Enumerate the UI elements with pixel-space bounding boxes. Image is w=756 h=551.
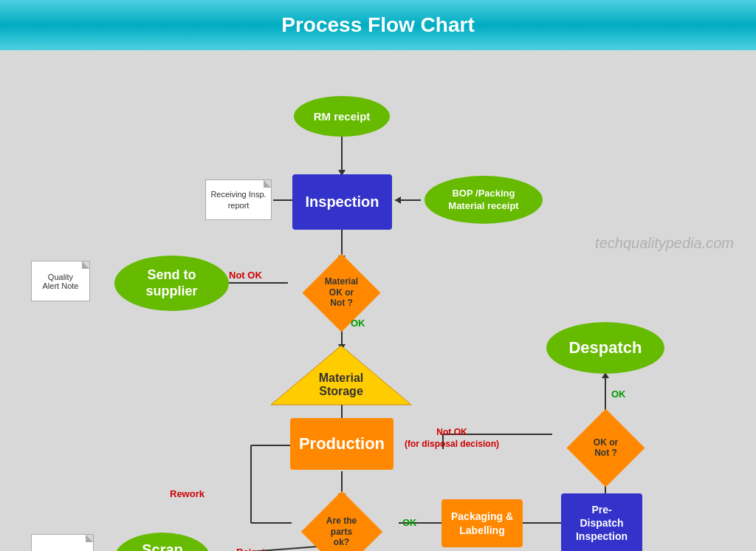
scrap-note-node: Scrap Note	[31, 534, 94, 551]
reject-label: Reject	[236, 547, 265, 551]
packaging-node: Packaging & Labelling	[441, 499, 523, 547]
header: Process Flow Chart	[0, 0, 756, 50]
rm-receipt-node: RM receipt	[294, 96, 390, 137]
production-node: Production	[290, 418, 394, 470]
send-supplier-node: Send to supplier	[114, 256, 229, 311]
header-title: Process Flow Chart	[281, 13, 474, 36]
chart-area: RM receipt Receiving Insp. report Inspec…	[0, 50, 756, 551]
despatch-node: Despatch	[546, 322, 664, 374]
material-ok-diamond: Material OK or Not ?	[288, 256, 395, 329]
ok-label-4: OK	[611, 389, 626, 400]
not-ok-label-2: Not OK (for disposal decision)	[405, 427, 499, 450]
rework-label: Rework	[170, 488, 205, 499]
not-ok-label-1: Not OK	[229, 270, 262, 281]
scrap-yard-node: Scrap Yard	[114, 533, 210, 551]
pre-dispatch-node: Pre- Dispatch Inspection	[561, 493, 642, 551]
bop-packing-node: BOP /Packing Material receipt	[425, 176, 543, 224]
ok-label-1: OK	[351, 318, 365, 329]
svg-marker-31	[395, 196, 401, 204]
receiving-report-node: Receiving Insp. report	[205, 179, 272, 220]
material-storage-node: Material Storage	[267, 342, 415, 408]
watermark: techqualitypedia.com	[595, 235, 734, 252]
parts-ok-diamond: Are the parts ok?	[288, 495, 395, 551]
ok-or-not-diamond: OK or Not ?	[556, 411, 656, 485]
ok-label-3: OK	[402, 517, 417, 528]
inspection-node: Inspection	[292, 174, 392, 230]
quality-alert-node: Quality Alert Note	[31, 261, 90, 301]
